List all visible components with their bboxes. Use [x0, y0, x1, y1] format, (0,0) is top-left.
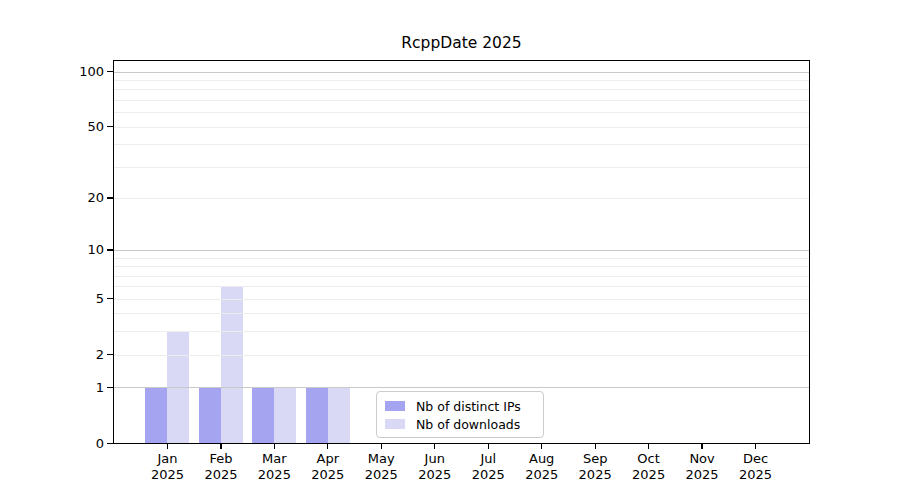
bar-distinct-ips — [199, 387, 221, 443]
y-tick — [107, 249, 114, 250]
x-tick — [648, 443, 649, 449]
plot-area: Nb of distinct IPsNb of downloads 012510… — [113, 60, 810, 444]
y-tick-label: 10 — [66, 241, 104, 258]
bar-downloads — [274, 387, 296, 443]
minor-gridline — [114, 299, 809, 300]
x-tick — [381, 443, 382, 449]
legend-swatch-icon — [385, 419, 405, 429]
x-tick — [701, 443, 702, 449]
legend-swatch-icon — [385, 401, 405, 411]
y-tick — [107, 71, 114, 72]
major-gridline — [114, 387, 809, 388]
minor-gridline — [114, 198, 809, 199]
y-tick — [107, 387, 114, 388]
bar-downloads — [221, 286, 243, 443]
bar-distinct-ips — [252, 387, 274, 443]
x-tick — [274, 443, 275, 449]
bar-distinct-ips — [145, 387, 167, 443]
x-tick — [327, 443, 328, 449]
major-gridline — [114, 250, 809, 251]
y-tick-label: 2 — [66, 346, 104, 363]
minor-gridline — [114, 266, 809, 267]
y-tick — [107, 197, 114, 198]
bar-downloads — [328, 387, 350, 443]
minor-gridline — [114, 89, 809, 90]
figure: RcppDate 2025 Nb of distinct IPsNb of do… — [0, 0, 900, 500]
y-tick — [107, 298, 114, 299]
minor-gridline — [114, 100, 809, 101]
major-gridline — [114, 72, 809, 73]
y-tick-label: 1 — [66, 379, 104, 396]
y-tick-label: 0 — [66, 435, 104, 452]
x-tick-label: Dec 2025 — [724, 451, 788, 483]
y-tick-label: 50 — [66, 118, 104, 135]
x-tick — [220, 443, 221, 449]
y-tick — [107, 443, 114, 444]
x-tick — [541, 443, 542, 449]
chart-title: RcppDate 2025 — [113, 34, 810, 52]
minor-gridline — [114, 276, 809, 277]
minor-gridline — [114, 144, 809, 145]
y-tick-label: 5 — [66, 290, 104, 307]
minor-gridline — [114, 127, 809, 128]
minor-gridline — [114, 286, 809, 287]
legend-item: Nb of distinct IPs — [377, 397, 543, 415]
minor-gridline — [114, 313, 809, 314]
minor-gridline — [114, 167, 809, 168]
minor-gridline — [114, 331, 809, 332]
legend-label: Nb of downloads — [416, 417, 520, 432]
x-tick — [488, 443, 489, 449]
legend-label: Nb of distinct IPs — [416, 399, 521, 414]
x-tick — [755, 443, 756, 449]
y-tick — [107, 126, 114, 127]
y-tick — [107, 354, 114, 355]
minor-gridline — [114, 112, 809, 113]
x-tick — [434, 443, 435, 449]
x-tick — [595, 443, 596, 449]
legend-item: Nb of downloads — [377, 415, 543, 433]
bar-distinct-ips — [306, 387, 328, 443]
y-tick-label: 100 — [66, 63, 104, 80]
legend: Nb of distinct IPsNb of downloads — [376, 391, 544, 438]
minor-gridline — [114, 258, 809, 259]
minor-gridline — [114, 80, 809, 81]
x-tick — [167, 443, 168, 449]
y-tick-label: 20 — [66, 189, 104, 206]
minor-gridline — [114, 355, 809, 356]
